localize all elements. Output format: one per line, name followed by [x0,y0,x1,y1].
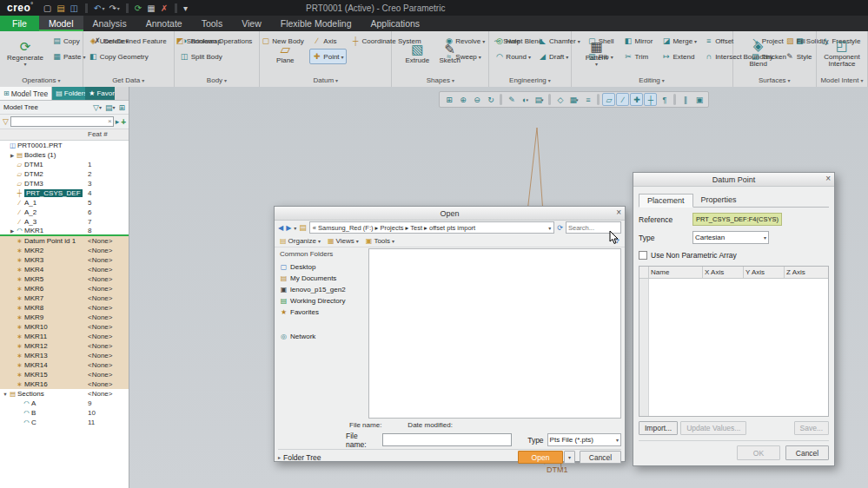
tree-row[interactable]: ◠ B 10 [0,408,129,418]
graphics-toolbar-button[interactable]: ⊞ [442,93,455,106]
ribbon-button[interactable]: ◑ Boolean Operations [177,33,257,49]
sidebar-folder-item[interactable]: ▣ lenovo_p15_gen2 [280,284,367,295]
tree-row[interactable]: ∕ A_3 7 [0,217,129,227]
ribbon-tab[interactable]: File [0,16,39,31]
tree-row[interactable]: ∗ MKR6 <None> [0,284,129,293]
chevron-down-icon[interactable]: ▾ [548,225,551,231]
group-label-editing[interactable]: Editing▾ [574,75,730,86]
sidebar-folder-item[interactable]: ◎ Network [280,331,367,342]
cancel-button[interactable]: Cancel [785,445,829,460]
graphics-toolbar-button[interactable]: ≡ [581,93,594,106]
breadcrumb[interactable]: « Samsung_Red (F:) ▸ Projects ▸ Test ▸ o… [309,221,554,234]
forward-button[interactable]: ▶ [286,224,291,232]
graphics-toolbar-button[interactable] [597,94,600,105]
sidebar-folder-item[interactable]: ▤ My Documents [280,273,367,284]
datum-dialog-titlebar[interactable]: Datum Point × [633,173,834,187]
group-label-engineering[interactable]: Engineering▾ [492,75,567,86]
graphics-toolbar-button[interactable]: ▣ [692,93,706,106]
ribbon-button[interactable]: ◰ Component Interface [819,33,865,75]
group-label-operations[interactable]: Operations▾ [3,75,80,86]
ribbon-button[interactable]: ≈ Sweep ▾ [441,49,487,64]
tree-row[interactable]: ∗ MKR9 <None> [0,313,129,322]
ribbon-button[interactable]: ◪ Merge ▾ [659,33,699,49]
tree-row[interactable]: ∗ MKR5 <None> [0,274,129,284]
ribbon-button[interactable]: ◈ User-Defined Feature [86,33,171,49]
back-button[interactable]: ◀ [278,224,283,232]
ribbon-button[interactable]: ◠ Round ▾ [492,49,533,64]
expand-filter-icon[interactable]: ▸ [116,117,120,126]
tree-row[interactable]: ▱ DTM1 1 [0,160,129,169]
tree-row[interactable]: ◠ A 9 [0,399,129,408]
reference-value[interactable]: PRT_CSYS_DEF:F4(CSYS) [692,213,782,226]
ribbon-button[interactable]: ▦ Pattern ▾ [574,33,620,75]
graphics-toolbar-button[interactable]: ┼ [644,93,657,106]
tree-row[interactable]: ▱ DTM3 3 [0,179,129,188]
folder-up-icon[interactable]: ▤ [299,223,307,232]
group-label-body[interactable]: Body▾ [177,75,257,86]
ribbon-button[interactable]: ▧ Extrude [394,33,440,75]
tree-header-button[interactable]: ▽ ▾ [93,103,102,112]
tree-row[interactable]: ┼ PRT_CSYS_DEF 4 [0,188,129,198]
tree-row[interactable]: ▼ ▤ Sections <None> [0,389,129,399]
titlebar-icon[interactable] [126,3,129,13]
titlebar-icon[interactable]: ↷ ▾ [108,3,120,13]
points-table-body[interactable] [639,279,828,416]
tree-row[interactable]: ◠ C 11 [0,418,129,427]
ribbon-button[interactable]: ◧ Mirror [621,33,658,49]
open-button[interactable]: Open [518,451,563,464]
ribbon-tab[interactable]: Tools [192,16,233,31]
tree-row[interactable]: ∗ MKR2 <None> [0,246,129,255]
dialog-tab[interactable]: Placement [639,194,693,208]
graphics-toolbar-button[interactable]: ∕ [616,93,629,106]
open-dialog-titlebar[interactable]: Open × [275,207,625,221]
dialog-toolbar-menu[interactable]: ▣ Tools ▾ [366,237,394,245]
tree-header-button[interactable]: ▤ ▾ [105,103,116,112]
ribbon-button[interactable]: ◧ Copy Geometry [86,49,171,64]
graphics-toolbar-button[interactable]: ◇ [553,93,567,106]
titlebar-icon[interactable]: ▾ [182,3,189,13]
group-label-model-intent[interactable]: Model Intent▾ [819,75,865,86]
expand-arrow-icon[interactable]: ▼ [2,392,9,397]
sidebar-folder-item[interactable]: ★ Favorites [280,307,367,318]
tree-row[interactable]: ∗ MKR14 <None> [0,360,129,370]
graphics-toolbar-button[interactable]: ✚ [630,93,643,106]
tree-row[interactable]: ∕ A_1 5 [0,198,129,208]
history-dropdown-icon[interactable]: ▾ [294,225,296,231]
graphics-toolbar-button[interactable]: ⊖ [470,93,483,106]
refresh-icon[interactable]: ⟳ [557,224,563,232]
dialog-tab[interactable]: Properties [693,194,745,207]
tree-filter-input[interactable] [10,116,114,127]
ribbon-tab[interactable]: Annotate [136,16,192,31]
graphics-toolbar-button[interactable] [673,94,676,105]
close-icon[interactable]: × [616,208,621,217]
help-icon[interactable]: ? [615,237,620,245]
close-icon[interactable]: × [825,174,831,183]
graphics-toolbar-button[interactable] [548,94,551,105]
graphics-toolbar-button[interactable]: ▤ ▾ [533,93,546,106]
tree-row[interactable]: ∗ MKR7 <None> [0,293,129,303]
titlebar-icon[interactable]: ▦ [146,3,156,13]
ribbon-button[interactable]: ▨ Fill [783,33,817,49]
ribbon-tab[interactable]: View [232,16,271,31]
graphics-toolbar-button[interactable]: ✎ [505,93,518,106]
tree-row[interactable]: ▶ ▤ Bodies (1) [0,150,129,160]
ribbon-button[interactable]: ✂ Trim [621,49,658,64]
cancel-button[interactable]: Cancel [580,451,621,464]
tab-folders[interactable]: ▤ Folders [52,87,85,100]
tree-row[interactable]: ∕ A_2 6 [0,208,129,217]
titlebar-icon[interactable]: ▢ [43,3,53,13]
tree-row[interactable]: ∗ MKR16 <None> [0,379,129,389]
titlebar-icon[interactable]: ▤ [56,3,66,13]
tree-row[interactable]: ∗ MKR3 <None> [0,255,129,265]
ribbon-tab[interactable]: Analysis [83,16,136,31]
ribbon-button[interactable]: ▱ Plane [262,33,308,75]
graphics-toolbar-button[interactable] [500,94,502,105]
tree-header-button[interactable]: ⊞ [118,103,125,112]
ribbon-button[interactable]: ◎ Hole [492,33,533,49]
update-values-button[interactable]: Update Values... [680,421,746,435]
tree-row[interactable]: ∗ MKR8 <None> [0,303,129,313]
graphics-toolbar-button[interactable]: ¶ [658,93,671,106]
file-list[interactable] [368,248,621,419]
group-label-shapes[interactable]: Shapes▾ [394,75,486,86]
tree-row[interactable]: ▱ DTM2 2 [0,169,129,179]
